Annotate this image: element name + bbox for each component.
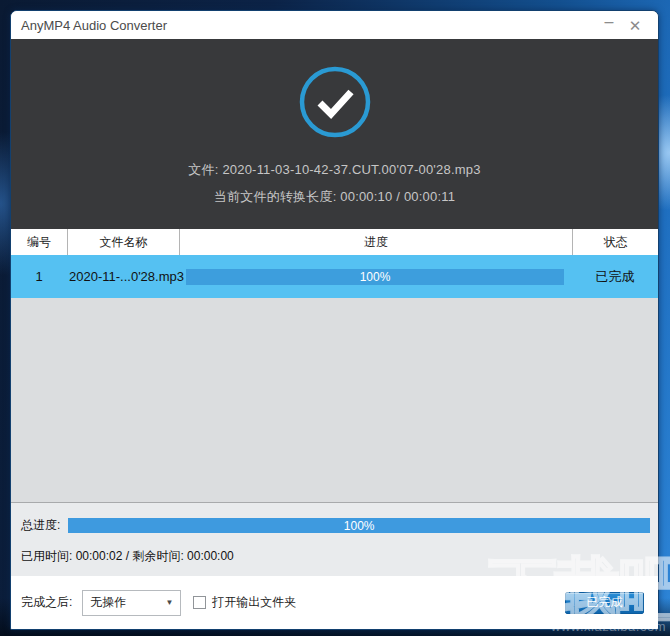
- row-progress-bar: 100%: [186, 269, 564, 285]
- header-status: 状态: [572, 229, 658, 255]
- titlebar[interactable]: AnyMP4 Audio Converter – ✕: [11, 11, 658, 39]
- total-progress-label: 总进度:: [21, 517, 60, 534]
- open-output-folder-checkbox[interactable]: [193, 596, 206, 609]
- chevron-down-icon: ▼: [165, 598, 173, 607]
- open-output-folder-label: 打开输出文件夹: [212, 594, 296, 611]
- row-status: 已完成: [572, 255, 658, 298]
- dropdown-selected-value: 无操作: [90, 594, 165, 611]
- elapsed-remaining-text: 已用时间: 00:00:02 / 剩余时间: 00:00:00: [21, 548, 650, 565]
- after-done-dropdown[interactable]: 无操作 ▼: [82, 590, 181, 616]
- conversion-length-text: 当前文件的转换长度: 00:00:10 / 00:00:11: [214, 188, 455, 206]
- minimize-button[interactable]: –: [596, 14, 622, 36]
- current-file-text: 文件: 2020-11-03-10-42-37.CUT.00'07-00'28.…: [188, 161, 480, 179]
- close-button[interactable]: ✕: [622, 14, 648, 36]
- total-progress-bar: 100%: [68, 518, 650, 533]
- table-header: 编号 文件名称 进度 状态: [11, 229, 658, 255]
- row-progress-cell: 100%: [179, 255, 572, 298]
- total-progress-track: 100%: [68, 518, 650, 533]
- window-title: AnyMP4 Audio Converter: [21, 18, 596, 33]
- row-index: 1: [11, 255, 67, 298]
- table-empty-area: [11, 298, 658, 503]
- done-button[interactable]: 已完成: [565, 592, 644, 614]
- success-check-icon: [298, 65, 372, 139]
- app-window: AnyMP4 Audio Converter – ✕ 文件: 2020-11-0…: [10, 10, 659, 630]
- footer-bar: 完成之后: 无操作 ▼ 打开输出文件夹 已完成: [11, 576, 658, 629]
- conversion-status-panel: 文件: 2020-11-03-10-42-37.CUT.00'07-00'28.…: [11, 39, 658, 229]
- row-progress-track: 100%: [186, 269, 564, 285]
- summary-panel: 总进度: 100% 已用时间: 00:00:02 / 剩余时间: 00:00:0…: [11, 503, 658, 576]
- row-filename: 2020-11-...0'28.mp3: [67, 255, 179, 298]
- table-row[interactable]: 1 2020-11-...0'28.mp3 100% 已完成: [11, 255, 658, 298]
- header-progress: 进度: [179, 229, 572, 255]
- header-filename: 文件名称: [67, 229, 179, 255]
- header-index: 编号: [11, 229, 67, 255]
- after-done-label: 完成之后:: [21, 594, 72, 611]
